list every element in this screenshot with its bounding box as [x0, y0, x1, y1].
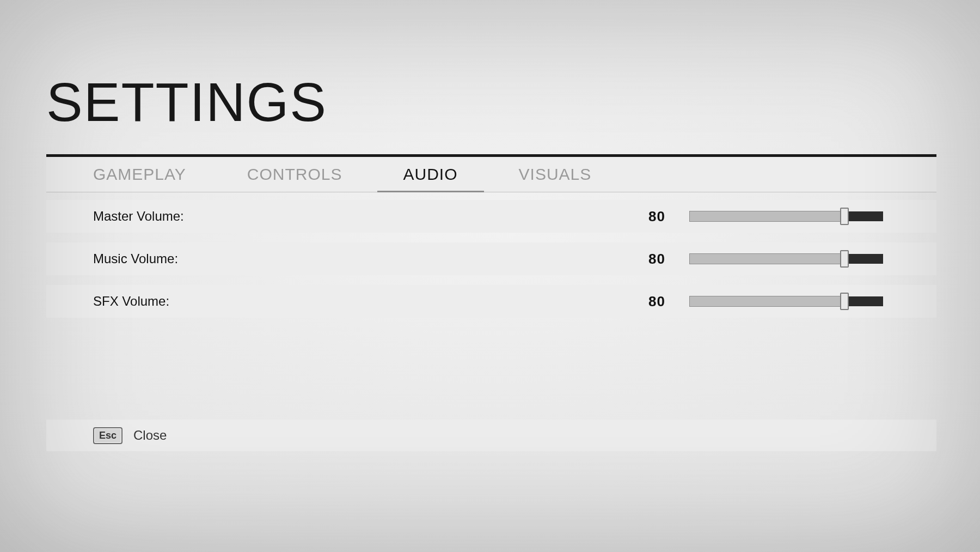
tab-label: CONTROLS — [247, 165, 342, 184]
tab-visuals[interactable]: VISUALS — [488, 157, 622, 192]
settings-rows: Master Volume: 80 Music Volume: 80 SFX V… — [46, 200, 936, 318]
slider-thumb[interactable] — [840, 250, 849, 268]
slider-master-volume[interactable] — [689, 211, 883, 222]
slider-music-volume[interactable] — [689, 253, 883, 264]
setting-label: Master Volume: — [93, 209, 184, 224]
setting-label: SFX Volume: — [93, 294, 169, 309]
slider-thumb[interactable] — [840, 293, 849, 310]
slider-track-empty — [844, 254, 883, 264]
setting-row-master-volume: Master Volume: 80 — [46, 200, 936, 233]
slider-track-filled — [689, 253, 844, 264]
tab-label: AUDIO — [403, 165, 458, 184]
slider-thumb[interactable] — [840, 208, 849, 225]
setting-value: 80 — [648, 293, 665, 310]
tab-audio[interactable]: AUDIO — [373, 157, 488, 192]
tab-gameplay[interactable]: GAMEPLAY — [46, 157, 217, 192]
close-button[interactable]: Close — [133, 428, 167, 443]
tab-label: GAMEPLAY — [93, 165, 186, 184]
keycap-esc-icon: Esc — [93, 427, 122, 444]
setting-row-music-volume: Music Volume: 80 — [46, 242, 936, 275]
slider-track-filled — [689, 211, 844, 222]
setting-value: 80 — [648, 208, 665, 225]
tabs-bar: GAMEPLAY CONTROLS AUDIO VISUALS — [46, 154, 936, 192]
setting-value: 80 — [648, 251, 665, 268]
tab-label: VISUALS — [519, 165, 592, 184]
slider-sfx-volume[interactable] — [689, 296, 883, 307]
slider-track-empty — [844, 211, 883, 221]
setting-label: Music Volume: — [93, 251, 178, 266]
slider-track-empty — [844, 296, 883, 306]
tab-controls[interactable]: CONTROLS — [217, 157, 373, 192]
footer-bar: Esc Close — [46, 420, 936, 451]
page-title: SETTINGS — [46, 71, 936, 134]
setting-row-sfx-volume: SFX Volume: 80 — [46, 285, 936, 318]
slider-track-filled — [689, 296, 844, 307]
